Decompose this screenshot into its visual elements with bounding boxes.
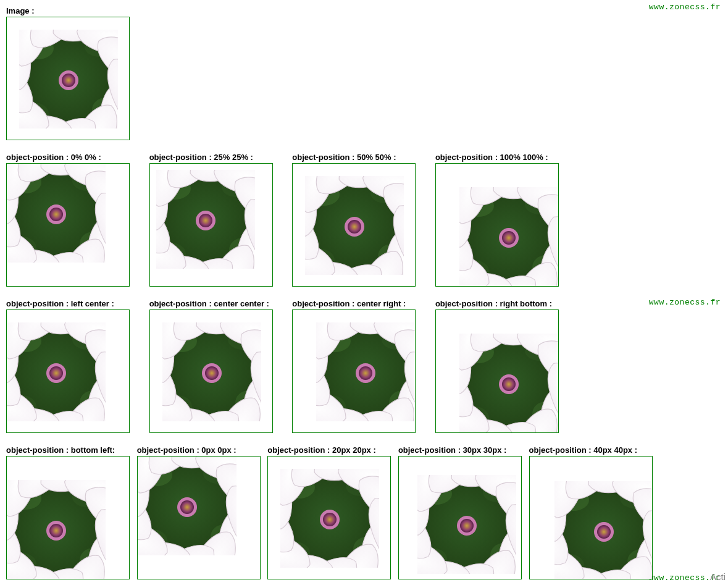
frame-2-1	[137, 456, 261, 579]
example-1-3: object-position : right bottom :	[435, 298, 559, 433]
frame-1-3	[435, 309, 559, 433]
example-header: Image :	[6, 5, 130, 140]
frame-0-0	[6, 163, 130, 287]
example-2-0: object-position : bottom left:	[6, 444, 130, 579]
label-2-4: object-position : 40px 40px :	[529, 445, 653, 455]
row-2: object-position : left center : object-p…	[6, 298, 722, 444]
label-0-0: object-position : 0% 0% :	[6, 153, 130, 162]
flower-icon	[156, 170, 255, 269]
activate-windows-hint: Acti	[710, 571, 726, 582]
row-1: object-position : 0% 0% : object-positio…	[6, 151, 722, 298]
label-2-0: object-position : bottom left:	[6, 445, 130, 455]
label-0-3: object-position : 100% 100% :	[435, 153, 559, 162]
label-header: Image :	[6, 6, 130, 15]
frame-1-0	[6, 309, 130, 433]
frame-0-2	[292, 163, 416, 287]
example-1-2: object-position : center right :	[292, 298, 416, 433]
label-1-2: object-position : center right :	[292, 299, 416, 308]
example-2-1: object-position : 0px 0px :	[137, 444, 261, 579]
frame-2-0	[6, 456, 130, 579]
example-0-1: object-position : 25% 25% :	[149, 151, 273, 287]
label-0-2: object-position : 50% 50% :	[292, 153, 416, 162]
frame-0-3	[435, 163, 559, 287]
label-2-2: object-position : 20px 20px :	[267, 445, 391, 455]
flower-icon	[459, 334, 558, 432]
frame-header	[6, 17, 130, 140]
label-2-3: object-position : 30px 30px :	[398, 445, 522, 455]
frame-1-2	[292, 309, 416, 433]
example-0-3: object-position : 100% 100% :	[435, 151, 559, 287]
flower-icon	[19, 30, 118, 128]
frame-1-1	[149, 309, 273, 433]
flower-icon	[7, 164, 106, 263]
flower-icon	[162, 322, 261, 421]
watermark-2: www.zonecss.fr	[649, 298, 721, 307]
flower-icon	[316, 322, 415, 421]
flower-icon	[138, 457, 236, 555]
example-0-2: object-position : 50% 50% :	[292, 151, 416, 287]
example-0-0: object-position : 0% 0% :	[6, 151, 130, 287]
example-2-4: object-position : 40px 40px :	[529, 444, 653, 579]
flower-icon	[417, 475, 516, 574]
flower-icon	[554, 481, 653, 579]
watermark-1: www.zonecss.fr	[649, 2, 721, 12]
frame-2-3	[398, 456, 522, 579]
frame-2-4	[529, 456, 653, 579]
flower-icon	[280, 469, 379, 568]
example-1-0: object-position : left center :	[6, 298, 130, 433]
flower-icon	[7, 480, 106, 579]
flower-icon	[7, 322, 106, 421]
example-2-3: object-position : 30px 30px :	[398, 444, 522, 579]
example-1-1: object-position : center center :	[149, 298, 273, 433]
label-1-0: object-position : left center :	[6, 299, 130, 308]
row-3: object-position : bottom left: object-po…	[6, 444, 722, 585]
label-1-1: object-position : center center :	[149, 299, 273, 308]
frame-0-1	[149, 163, 273, 287]
label-0-1: object-position : 25% 25% :	[149, 153, 273, 162]
label-2-1: object-position : 0px 0px :	[137, 445, 261, 455]
example-2-2: object-position : 20px 20px :	[267, 444, 391, 579]
label-1-3: object-position : right bottom :	[435, 299, 559, 308]
flower-icon	[305, 176, 404, 275]
frame-2-2	[267, 456, 391, 579]
flower-icon	[459, 187, 558, 286]
